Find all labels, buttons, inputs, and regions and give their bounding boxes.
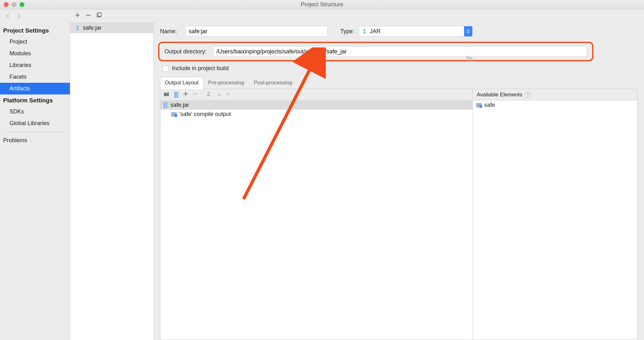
include-build-label: Include in project build — [172, 65, 229, 72]
remove-artifact-button[interactable] — [85, 12, 91, 20]
artifact-toolbar — [70, 9, 153, 23]
sidebar-item-facets[interactable]: Facets — [0, 71, 70, 83]
main-area: Project Settings Project Modules Librari… — [0, 23, 644, 340]
svg-rect-1 — [98, 13, 101, 16]
artifact-list-item[interactable]: safe:jar — [70, 23, 153, 33]
add-plus-button[interactable] — [183, 91, 188, 98]
sidebar-item-sdks[interactable]: SDKs — [0, 106, 70, 118]
sidebar-item-global-libraries[interactable]: Global Libraries — [0, 118, 70, 129]
sidebar-item-artifacts[interactable]: Artifacts — [0, 83, 70, 94]
available-item-label: safe — [484, 102, 495, 108]
output-child-label: 'safe' compile output — [179, 111, 231, 118]
artifact-detail-panel: Name: Type: JAR Output directory: Includ… — [154, 23, 644, 340]
sidebar-heading-platform: Platform Settings — [0, 94, 70, 106]
include-build-row: Include in project build — [154, 63, 644, 74]
tab-output-layout[interactable]: Output Layout — [160, 77, 203, 89]
output-layout-toolbar: az — [160, 89, 473, 100]
module-icon — [476, 103, 482, 107]
available-elements-panel: Available Elements ? safe — [473, 89, 637, 340]
sidebar-heading-project: Project Settings — [0, 25, 70, 36]
module-output-icon — [171, 112, 177, 117]
svg-text:z: z — [209, 94, 211, 97]
artifact-icon — [75, 25, 80, 31]
new-directory-button[interactable] — [174, 92, 179, 98]
sidebar-item-modules[interactable]: Modules — [0, 48, 70, 59]
layout-panels: az safe.jar 'safe' compile output — [160, 89, 638, 340]
type-select[interactable]: JAR — [359, 26, 473, 37]
help-icon[interactable]: ? — [525, 92, 530, 98]
name-input[interactable] — [185, 26, 328, 37]
sidebar-item-libraries[interactable]: Libraries — [0, 59, 70, 71]
add-copy-button[interactable] — [164, 91, 170, 98]
layout-tabs: Output Layout Pre-processing Post-proces… — [160, 77, 638, 89]
name-label: Name: — [160, 28, 181, 35]
toolbar-divider — [202, 91, 202, 98]
titlebar: Project Structure — [0, 0, 644, 9]
type-label: Type: — [340, 28, 354, 35]
window-title: Project Structure — [0, 1, 644, 8]
jar-icon — [164, 102, 168, 108]
remove-minus-button[interactable] — [193, 91, 198, 98]
move-down-button[interactable] — [226, 91, 230, 98]
available-heading: Available Elements — [477, 92, 522, 98]
back-button[interactable] — [4, 12, 12, 20]
artifact-list: safe:jar — [70, 23, 153, 340]
sidebar-item-problems[interactable]: Problems — [0, 135, 70, 146]
name-row: Name: Type: JAR — [154, 23, 644, 40]
jar-type-icon — [362, 28, 367, 34]
output-tree-child[interactable]: 'safe' compile output — [160, 110, 473, 119]
browse-output-dir-button[interactable] — [464, 53, 475, 63]
select-handle-icon — [464, 26, 472, 36]
sort-alpha-button[interactable]: az — [207, 91, 213, 98]
output-dir-label: Output directory: — [164, 48, 207, 55]
sidebar-divider — [4, 132, 65, 132]
copy-artifact-button[interactable] — [96, 12, 102, 20]
type-value: JAR — [370, 28, 381, 35]
output-directory-highlight: Output directory: — [158, 42, 593, 61]
available-item[interactable]: safe — [473, 100, 637, 110]
output-dir-input[interactable] — [213, 46, 587, 57]
settings-sidebar: Project Settings Project Modules Librari… — [0, 23, 70, 340]
tab-post-processing[interactable]: Post-processing — [249, 77, 297, 89]
forward-button[interactable] — [15, 12, 22, 20]
available-elements-header: Available Elements ? — [473, 89, 637, 100]
include-build-checkbox[interactable] — [163, 65, 169, 72]
add-artifact-button[interactable] — [75, 12, 80, 20]
tab-pre-processing[interactable]: Pre-processing — [203, 77, 249, 89]
output-root-label: safe.jar — [170, 102, 189, 108]
move-up-button[interactable] — [217, 91, 221, 98]
output-tree-root[interactable]: safe.jar — [160, 100, 473, 110]
artifact-list-panel: safe:jar — [70, 23, 154, 340]
output-layout-panel: az safe.jar 'safe' compile output — [160, 89, 473, 340]
sidebar-item-project[interactable]: Project — [0, 36, 70, 48]
artifact-item-label: safe:jar — [83, 25, 102, 31]
